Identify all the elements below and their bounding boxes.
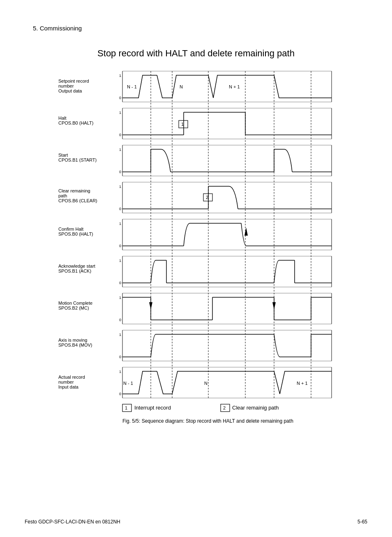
section-title: 5. Commissioning — [33, 25, 359, 32]
svg-text:0: 0 — [119, 281, 121, 285]
svg-text:number: number — [58, 380, 74, 384]
svg-text:1: 1 — [119, 222, 121, 226]
page-footer: Festo GDCP-SFC-LACI-DN-EN en 0812NH 5-65 — [0, 519, 392, 525]
svg-text:CPOS.B1 (START): CPOS.B1 (START) — [58, 157, 97, 162]
page-header: 5. Commissioning — [0, 0, 392, 40]
svg-text:path: path — [58, 193, 67, 198]
diagram-title: Stop record with HALT and delete remaini… — [25, 48, 367, 59]
svg-text:Confirm Halt: Confirm Halt — [58, 227, 83, 231]
footer-left: Festo GDCP-SFC-LACI-DN-EN en 0812NH — [25, 519, 120, 525]
svg-text:N + 1: N + 1 — [297, 381, 308, 386]
svg-text:1: 1 — [119, 74, 121, 78]
svg-text:0: 0 — [119, 318, 121, 322]
svg-text:0: 0 — [119, 355, 121, 359]
svg-text:N: N — [204, 381, 208, 386]
svg-text:1: 1 — [119, 259, 121, 263]
svg-text:0: 0 — [119, 96, 121, 100]
svg-text:Axis is moving: Axis is moving — [58, 338, 87, 343]
svg-text:2: 2 — [206, 195, 208, 200]
svg-text:N - 1: N - 1 — [123, 381, 133, 386]
svg-text:Setpoint record: Setpoint record — [58, 79, 89, 83]
svg-text:Acknowledge start: Acknowledge start — [58, 264, 95, 268]
svg-text:1: 1 — [119, 296, 121, 300]
svg-text:CPOS.B6 (CLEAR): CPOS.B6 (CLEAR) — [58, 198, 97, 203]
waveform-diagram: text { font-family: Arial, Helvetica, sa… — [25, 67, 367, 437]
svg-text:Start: Start — [58, 153, 68, 157]
svg-text:1: 1 — [119, 185, 121, 189]
svg-text:Motion Complete: Motion Complete — [58, 301, 92, 306]
svg-text:Actual record: Actual record — [58, 375, 85, 380]
svg-text:Interrupt record: Interrupt record — [134, 405, 171, 411]
svg-text:Output data: Output data — [58, 88, 82, 93]
svg-text:SPOS.B0 (HALT): SPOS.B0 (HALT) — [58, 231, 93, 236]
svg-text:SPOS.B4 (MOV): SPOS.B4 (MOV) — [58, 343, 92, 347]
svg-text:Input data: Input data — [58, 384, 79, 389]
svg-text:SPOS.B1 (ACK): SPOS.B1 (ACK) — [58, 268, 91, 273]
svg-text:0: 0 — [119, 133, 121, 137]
svg-text:1: 1 — [119, 333, 121, 337]
svg-text:Clear remaining: Clear remaining — [58, 188, 90, 193]
svg-text:0: 0 — [119, 207, 121, 211]
svg-text:0: 0 — [119, 170, 121, 174]
svg-text:CPOS.B0 (HALT): CPOS.B0 (HALT) — [58, 120, 93, 125]
svg-text:Halt: Halt — [58, 116, 67, 120]
svg-text:1: 1 — [125, 405, 127, 410]
diagram-section: Stop record with HALT and delete remaini… — [0, 40, 392, 445]
svg-text:2: 2 — [223, 405, 226, 410]
svg-text:N - 1: N - 1 — [127, 84, 137, 89]
svg-text:Clear remainig path: Clear remainig path — [232, 405, 279, 411]
svg-text:Fig. 5/5:    Sequence diagram:: Fig. 5/5: Sequence diagram: Stop record … — [122, 418, 293, 424]
svg-text:0: 0 — [119, 392, 121, 396]
svg-text:number: number — [58, 83, 74, 88]
svg-text:N: N — [180, 84, 183, 89]
svg-text:N + 1: N + 1 — [229, 84, 240, 89]
svg-text:1: 1 — [119, 111, 121, 115]
svg-text:1: 1 — [119, 148, 121, 152]
svg-text:1: 1 — [119, 370, 121, 374]
footer-right: 5-65 — [357, 519, 367, 525]
svg-text:0: 0 — [119, 244, 121, 248]
svg-text:SPOS.B2 (MC): SPOS.B2 (MC) — [58, 306, 89, 310]
svg-text:1: 1 — [181, 122, 184, 127]
